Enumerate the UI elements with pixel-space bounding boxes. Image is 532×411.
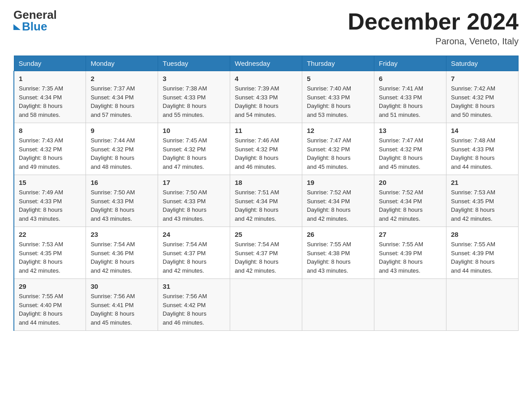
calendar-cell: 29 Sunrise: 7:55 AM Sunset: 4:40 PM Dayl… xyxy=(14,279,86,331)
day-number: 16 xyxy=(90,179,153,186)
day-info: Sunrise: 7:42 AM Sunset: 4:32 PM Dayligh… xyxy=(451,84,514,119)
calendar-cell xyxy=(230,279,302,331)
calendar-cell: 4 Sunrise: 7:39 AM Sunset: 4:33 PM Dayli… xyxy=(230,71,302,123)
day-info: Sunrise: 7:47 AM Sunset: 4:32 PM Dayligh… xyxy=(379,136,442,171)
day-number: 18 xyxy=(235,179,297,186)
calendar-header-row: SundayMondayTuesdayWednesdayThursdayFrid… xyxy=(14,56,519,71)
calendar-cell: 9 Sunrise: 7:44 AM Sunset: 4:32 PM Dayli… xyxy=(86,123,158,175)
day-number: 11 xyxy=(235,127,297,134)
day-info: Sunrise: 7:39 AM Sunset: 4:33 PM Dayligh… xyxy=(235,84,297,119)
calendar-cell: 3 Sunrise: 7:38 AM Sunset: 4:33 PM Dayli… xyxy=(158,71,230,123)
calendar-cell: 5 Sunrise: 7:40 AM Sunset: 4:33 PM Dayli… xyxy=(302,71,374,123)
day-info: Sunrise: 7:55 AM Sunset: 4:38 PM Dayligh… xyxy=(307,240,369,275)
calendar-cell: 30 Sunrise: 7:56 AM Sunset: 4:41 PM Dayl… xyxy=(86,279,158,331)
day-number: 19 xyxy=(307,179,369,186)
week-row-1: 1 Sunrise: 7:35 AM Sunset: 4:34 PM Dayli… xyxy=(14,71,519,123)
calendar-cell xyxy=(446,279,519,331)
col-header-wednesday: Wednesday xyxy=(230,56,302,71)
week-row-3: 15 Sunrise: 7:49 AM Sunset: 4:33 PM Dayl… xyxy=(14,175,519,227)
day-number: 28 xyxy=(451,231,514,238)
day-info: Sunrise: 7:56 AM Sunset: 4:42 PM Dayligh… xyxy=(163,292,225,327)
week-row-2: 8 Sunrise: 7:43 AM Sunset: 4:32 PM Dayli… xyxy=(14,123,519,175)
day-info: Sunrise: 7:55 AM Sunset: 4:39 PM Dayligh… xyxy=(379,240,442,275)
day-info: Sunrise: 7:50 AM Sunset: 4:33 PM Dayligh… xyxy=(163,188,225,223)
day-number: 17 xyxy=(163,179,225,186)
calendar-table: SundayMondayTuesdayWednesdayThursdayFrid… xyxy=(13,56,519,331)
calendar-cell: 25 Sunrise: 7:54 AM Sunset: 4:37 PM Dayl… xyxy=(230,227,302,279)
day-number: 27 xyxy=(379,231,442,238)
calendar-cell: 7 Sunrise: 7:42 AM Sunset: 4:32 PM Dayli… xyxy=(446,71,519,123)
day-number: 22 xyxy=(19,231,81,238)
day-info: Sunrise: 7:37 AM Sunset: 4:34 PM Dayligh… xyxy=(90,84,153,119)
day-number: 23 xyxy=(90,231,153,238)
day-info: Sunrise: 7:43 AM Sunset: 4:32 PM Dayligh… xyxy=(19,136,81,171)
day-info: Sunrise: 7:40 AM Sunset: 4:33 PM Dayligh… xyxy=(307,84,369,119)
day-number: 3 xyxy=(163,75,225,82)
day-number: 13 xyxy=(379,127,442,134)
day-info: Sunrise: 7:55 AM Sunset: 4:39 PM Dayligh… xyxy=(451,240,514,275)
col-header-tuesday: Tuesday xyxy=(158,56,230,71)
calendar-cell: 21 Sunrise: 7:53 AM Sunset: 4:35 PM Dayl… xyxy=(446,175,519,227)
col-header-friday: Friday xyxy=(374,56,446,71)
day-number: 6 xyxy=(379,75,442,82)
day-info: Sunrise: 7:41 AM Sunset: 4:33 PM Dayligh… xyxy=(379,84,442,119)
calendar-cell: 16 Sunrise: 7:50 AM Sunset: 4:33 PM Dayl… xyxy=(86,175,158,227)
day-info: Sunrise: 7:52 AM Sunset: 4:34 PM Dayligh… xyxy=(379,188,442,223)
day-number: 8 xyxy=(19,127,81,134)
day-number: 4 xyxy=(235,75,297,82)
day-info: Sunrise: 7:47 AM Sunset: 4:32 PM Dayligh… xyxy=(307,136,369,171)
day-info: Sunrise: 7:54 AM Sunset: 4:36 PM Dayligh… xyxy=(90,240,153,275)
title-section: December 2024 Parona, Veneto, Italy xyxy=(348,9,519,47)
logo-blue: Blue xyxy=(13,21,57,32)
day-number: 30 xyxy=(90,283,153,290)
col-header-thursday: Thursday xyxy=(302,56,374,71)
calendar-cell xyxy=(302,279,374,331)
logo-general: General xyxy=(13,9,57,21)
calendar-cell: 28 Sunrise: 7:55 AM Sunset: 4:39 PM Dayl… xyxy=(446,227,519,279)
calendar-cell: 10 Sunrise: 7:45 AM Sunset: 4:32 PM Dayl… xyxy=(158,123,230,175)
day-number: 26 xyxy=(307,231,369,238)
calendar-cell: 12 Sunrise: 7:47 AM Sunset: 4:32 PM Dayl… xyxy=(302,123,374,175)
calendar-cell: 19 Sunrise: 7:52 AM Sunset: 4:34 PM Dayl… xyxy=(302,175,374,227)
day-number: 7 xyxy=(451,75,514,82)
month-title: December 2024 xyxy=(348,9,519,34)
week-row-5: 29 Sunrise: 7:55 AM Sunset: 4:40 PM Dayl… xyxy=(14,279,519,331)
day-info: Sunrise: 7:38 AM Sunset: 4:33 PM Dayligh… xyxy=(163,84,225,119)
calendar-cell: 26 Sunrise: 7:55 AM Sunset: 4:38 PM Dayl… xyxy=(302,227,374,279)
day-number: 15 xyxy=(19,179,81,186)
calendar-cell: 11 Sunrise: 7:46 AM Sunset: 4:32 PM Dayl… xyxy=(230,123,302,175)
day-info: Sunrise: 7:54 AM Sunset: 4:37 PM Dayligh… xyxy=(163,240,225,275)
calendar-cell: 13 Sunrise: 7:47 AM Sunset: 4:32 PM Dayl… xyxy=(374,123,446,175)
day-info: Sunrise: 7:53 AM Sunset: 4:35 PM Dayligh… xyxy=(451,188,514,223)
calendar-cell: 17 Sunrise: 7:50 AM Sunset: 4:33 PM Dayl… xyxy=(158,175,230,227)
logo: General Blue xyxy=(13,9,57,32)
calendar-cell: 6 Sunrise: 7:41 AM Sunset: 4:33 PM Dayli… xyxy=(374,71,446,123)
day-info: Sunrise: 7:46 AM Sunset: 4:32 PM Dayligh… xyxy=(235,136,297,171)
day-number: 2 xyxy=(90,75,153,82)
day-info: Sunrise: 7:44 AM Sunset: 4:32 PM Dayligh… xyxy=(90,136,153,171)
calendar-cell: 23 Sunrise: 7:54 AM Sunset: 4:36 PM Dayl… xyxy=(86,227,158,279)
logo-texts: General Blue xyxy=(13,9,57,32)
day-info: Sunrise: 7:55 AM Sunset: 4:40 PM Dayligh… xyxy=(19,292,81,327)
calendar-cell: 14 Sunrise: 7:48 AM Sunset: 4:33 PM Dayl… xyxy=(446,123,519,175)
day-number: 20 xyxy=(379,179,442,186)
calendar-cell: 1 Sunrise: 7:35 AM Sunset: 4:34 PM Dayli… xyxy=(14,71,86,123)
calendar-cell: 22 Sunrise: 7:53 AM Sunset: 4:35 PM Dayl… xyxy=(14,227,86,279)
calendar-cell: 27 Sunrise: 7:55 AM Sunset: 4:39 PM Dayl… xyxy=(374,227,446,279)
page-header: General Blue December 2024 Parona, Venet… xyxy=(13,9,519,47)
day-info: Sunrise: 7:35 AM Sunset: 4:34 PM Dayligh… xyxy=(19,84,81,119)
day-info: Sunrise: 7:53 AM Sunset: 4:35 PM Dayligh… xyxy=(19,240,81,275)
day-number: 31 xyxy=(163,283,225,290)
day-info: Sunrise: 7:49 AM Sunset: 4:33 PM Dayligh… xyxy=(19,188,81,223)
day-number: 25 xyxy=(235,231,297,238)
calendar-cell: 15 Sunrise: 7:49 AM Sunset: 4:33 PM Dayl… xyxy=(14,175,86,227)
day-number: 29 xyxy=(19,283,81,290)
day-number: 24 xyxy=(163,231,225,238)
day-number: 9 xyxy=(90,127,153,134)
calendar-cell: 2 Sunrise: 7:37 AM Sunset: 4:34 PM Dayli… xyxy=(86,71,158,123)
col-header-sunday: Sunday xyxy=(14,56,86,71)
col-header-monday: Monday xyxy=(86,56,158,71)
day-number: 21 xyxy=(451,179,514,186)
calendar-cell: 24 Sunrise: 7:54 AM Sunset: 4:37 PM Dayl… xyxy=(158,227,230,279)
day-info: Sunrise: 7:51 AM Sunset: 4:34 PM Dayligh… xyxy=(235,188,297,223)
